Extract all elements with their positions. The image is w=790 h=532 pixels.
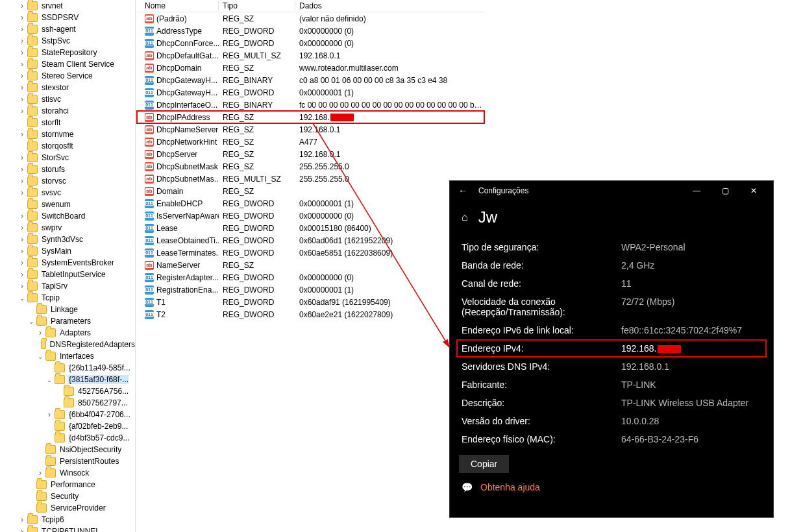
expand-chevron-icon[interactable] [45,376,53,383]
value-row[interactable]: DhcpGatewayH...REG_BINARYc0 a8 00 01 06 … [137,74,484,86]
close-button[interactable]: ✕ [739,181,768,200]
tree-item[interactable]: storvsc [0,175,135,187]
tree-item[interactable]: SstpSvc [0,35,135,47]
expand-chevron-icon[interactable] [18,25,26,34]
value-row[interactable]: RegisterAdapter...REG_DWORD0x00000000 (0… [137,271,484,284]
value-row[interactable]: RegistrationEna...REG_DWORD0x00000001 (1… [137,284,484,296]
tree-item[interactable]: svsvc [0,187,135,199]
value-row[interactable]: LeaseREG_DWORD0x00015180 (86400) [137,222,484,234]
tree-item[interactable]: Winsock [0,467,135,479]
expand-chevron-icon[interactable] [18,13,26,22]
expand-chevron-icon[interactable] [18,153,26,162]
tree-item[interactable]: stornvme [0,128,135,140]
tree-item[interactable]: Interfaces [0,350,135,362]
tree-item[interactable]: SwitchBoard [0,210,135,222]
settings-window[interactable]: ← Configurações — ▢ ✕ ⌂ Jw Tipo de segur… [449,180,774,518]
value-row[interactable]: DhcpSubnetMas...REG_MULTI_SZ255.255.255.… [137,173,484,185]
tree-item[interactable]: storufs [0,163,135,175]
expand-chevron-icon[interactable] [18,258,26,267]
tree-item[interactable]: Performance [0,479,135,490]
value-row[interactable]: DhcpSubnetMaskREG_SZ255.255.255.0 [137,160,484,173]
expand-chevron-icon[interactable] [18,247,26,256]
expand-chevron-icon[interactable] [27,318,35,325]
tree-item[interactable]: storahci [0,105,135,117]
expand-chevron-icon[interactable] [18,71,26,80]
col-name[interactable]: Nome [141,1,219,10]
tree-item[interactable]: TCPIP6TUNNEL [0,526,135,532]
tree-item[interactable]: Parameters [0,315,135,327]
tree-item[interactable]: stexstor [0,82,135,93]
help-link[interactable]: 💬 Obtenha ajuda [459,477,543,498]
tree-item[interactable]: {d4bf3b57-cdc9... [0,432,135,444]
tree-item[interactable]: NsiObjectSecurity [0,444,135,455]
expand-chevron-icon[interactable] [36,353,44,360]
back-icon[interactable]: ← [455,186,471,196]
tree-item[interactable]: 8507562797... [0,397,135,409]
tree-item[interactable]: stisvc [0,93,135,105]
tree-item[interactable]: StateRepository [0,47,135,58]
tree-item[interactable]: PersistentRoutes [0,455,135,467]
value-row[interactable]: (Padrão)REG_SZ(valor não definido) [137,12,484,25]
tree-item[interactable]: swenum [0,199,135,210]
expand-chevron-icon[interactable] [36,468,44,478]
value-row[interactable]: LeaseObtainedTi...REG_DWORD0x60ad06d1 (1… [137,234,484,247]
value-row[interactable]: DhcpIPAddressREG_SZ192.168. [137,111,484,123]
expand-chevron-icon[interactable] [18,212,26,221]
tree-item[interactable]: {26b11a49-585f... [0,362,135,374]
registry-values[interactable]: Nome Tipo Dados (Padrão)REG_SZ(valor não… [137,0,484,532]
tree-item[interactable]: {af02bfeb-2eb9... [0,420,135,432]
tree-item[interactable]: SysMain [0,245,135,257]
tree-item[interactable]: srvnet [0,0,135,12]
expand-chevron-icon[interactable] [18,527,26,532]
value-row[interactable]: DhcpNameServerREG_SZ192.168.0.1 [137,123,484,136]
tree-item[interactable]: ServiceProvider [0,502,135,514]
tree-item[interactable]: SystemEventsBroker [0,257,135,269]
tree-item[interactable]: TabletInputService [0,269,135,280]
tree-item[interactable]: 452756A756... [0,385,135,397]
registry-tree[interactable]: srvnetSSDPSRVssh-agentSstpSvcStateReposi… [0,0,136,532]
value-row[interactable]: T1REG_DWORD0x60adaf91 (1621995409) [137,296,484,308]
tree-item[interactable]: Steam Client Service [0,58,135,70]
tree-item[interactable]: storflt [0,117,135,128]
tree-item[interactable]: Tcpip [0,292,135,304]
tree-item[interactable]: {6bb4f047-2706... [0,409,135,420]
tree-item[interactable]: SSDPSRV [0,12,135,23]
expand-chevron-icon[interactable] [18,176,26,186]
value-row[interactable]: AddressTypeREG_DWORD0x00000000 (0) [137,25,484,37]
expand-chevron-icon[interactable] [18,130,26,139]
minimize-button[interactable]: — [682,181,711,200]
value-row[interactable]: DomainREG_SZ [137,185,484,197]
tree-item[interactable]: swprv [0,222,135,234]
tree-item[interactable]: StorSvc [0,152,135,163]
expand-chevron-icon[interactable] [18,295,26,302]
expand-chevron-icon[interactable] [18,188,26,197]
tree-item[interactable]: Linkage [0,304,135,315]
expand-chevron-icon[interactable] [18,223,26,232]
value-row[interactable]: T2REG_DWORD0x60ae2e21 (1622027809) [137,308,484,320]
expand-chevron-icon[interactable] [18,165,26,174]
expand-chevron-icon[interactable] [45,410,53,419]
tree-item[interactable]: {3815af30-f68f-... [0,374,135,385]
col-data[interactable]: Dados [295,1,484,10]
tree-item[interactable]: TapiSrv [0,280,135,292]
copy-button[interactable]: Copiar [459,455,509,473]
maximize-button[interactable]: ▢ [711,181,739,200]
value-row[interactable]: DhcpNetworkHintREG_SZA477 [137,136,484,148]
expand-chevron-icon[interactable] [18,48,26,57]
value-row[interactable]: DhcpInterfaceO...REG_BINARYfc 00 00 00 0… [137,99,484,111]
expand-chevron-icon[interactable] [18,106,26,115]
value-row[interactable]: DhcpConnForce...REG_DWORD0x00000000 (0) [137,37,484,49]
value-row[interactable]: DhcpDefaultGat...REG_MULTI_SZ192.168.0.1 [137,49,484,62]
tree-item[interactable]: Synth3dVsc [0,234,135,245]
tree-item[interactable]: Security [0,490,135,502]
home-icon[interactable]: ⌂ [462,212,468,223]
value-row[interactable]: DhcpServerREG_SZ192.168.0.1 [137,148,484,160]
tree-item[interactable]: DNSRegisteredAdapters [0,339,135,350]
expand-chevron-icon[interactable] [36,328,44,337]
expand-chevron-icon[interactable] [18,36,26,45]
expand-chevron-icon[interactable] [18,83,26,92]
expand-chevron-icon[interactable] [18,235,26,244]
value-row[interactable]: IsServerNapAwareREG_DWORD0x00000000 (0) [137,210,484,222]
expand-chevron-icon[interactable] [18,270,26,279]
col-type[interactable]: Tipo [219,1,295,10]
